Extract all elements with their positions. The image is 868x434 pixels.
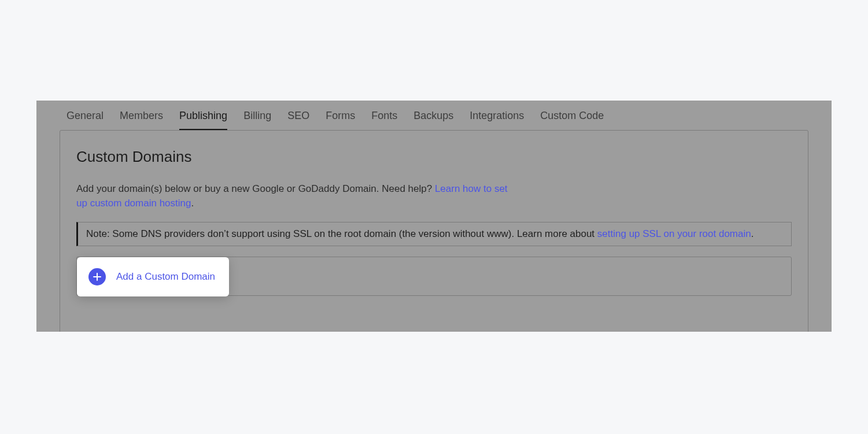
tab-seo[interactable]: SEO: [287, 110, 309, 130]
tab-members[interactable]: Members: [120, 110, 163, 130]
tab-publishing[interactable]: Publishing: [179, 110, 227, 130]
settings-dimmed-frame: General Members Publishing Billing SEO F…: [36, 101, 832, 332]
add-custom-domain-label: Add a Custom Domain: [116, 271, 215, 283]
add-custom-domain-button[interactable]: Add a Custom Domain: [77, 257, 229, 296]
tab-billing[interactable]: Billing: [243, 110, 271, 130]
section-title: Custom Domains: [76, 148, 792, 166]
plus-icon: [88, 268, 106, 285]
tab-backups[interactable]: Backups: [413, 110, 453, 130]
ssl-note: Note: Some DNS providers don’t support u…: [76, 222, 792, 246]
note-text: Note: Some DNS providers don’t support u…: [86, 228, 597, 239]
tab-integrations[interactable]: Integrations: [470, 110, 524, 130]
settings-tabs: General Members Publishing Billing SEO F…: [36, 101, 832, 130]
custom-domains-panel: Custom Domains Add your domain(s) below …: [60, 130, 808, 332]
tab-general[interactable]: General: [67, 110, 104, 130]
note-suffix: .: [751, 228, 754, 239]
desc-text: Add your domain(s) below or buy a new Go…: [76, 183, 435, 194]
tab-custom-code[interactable]: Custom Code: [540, 110, 604, 130]
ssl-root-domain-link[interactable]: setting up SSL on your root domain: [597, 228, 751, 239]
tab-fonts[interactable]: Fonts: [371, 110, 397, 130]
domain-slot: Add a Custom Domain: [76, 257, 792, 296]
section-description: Add your domain(s) below or buy a new Go…: [76, 182, 516, 210]
desc-suffix: .: [191, 198, 194, 209]
tab-forms[interactable]: Forms: [326, 110, 355, 130]
